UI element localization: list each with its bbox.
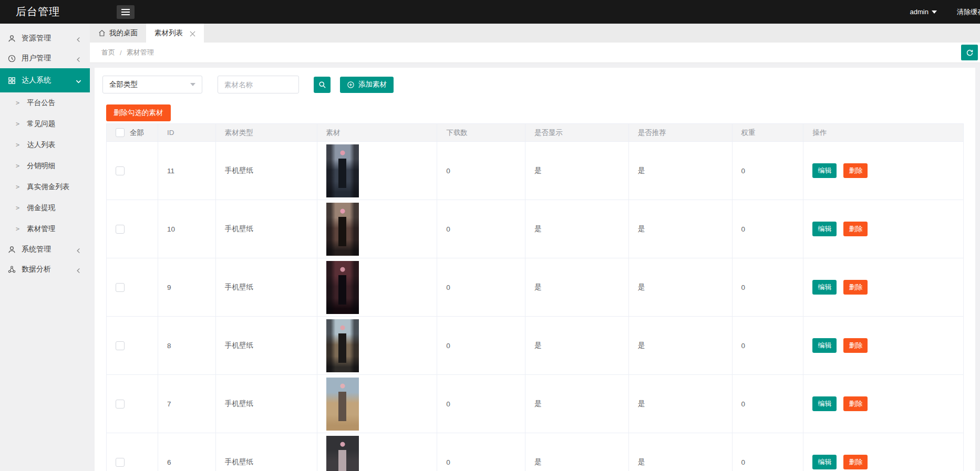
sidebar-subitem-label: 佣金提现	[27, 203, 55, 213]
table-header-cell: 下载数	[437, 124, 525, 141]
sidebar-item-3[interactable]: 系统管理	[0, 239, 90, 259]
delete-button[interactable]: 删除	[843, 163, 868, 178]
material-thumbnail[interactable]	[326, 203, 359, 256]
clock-icon	[7, 54, 16, 63]
cell-downloads: 0	[437, 200, 525, 258]
table-row: 11手机壁纸0是是0编辑删除	[107, 142, 963, 200]
search-button[interactable]	[314, 77, 331, 93]
cell-recommended: 是	[629, 142, 733, 200]
select-value: 全部类型	[109, 80, 190, 89]
delete-button[interactable]: 删除	[843, 396, 868, 411]
cell-material-type: 手机壁纸	[216, 375, 317, 433]
cell-downloads: 0	[437, 317, 525, 374]
edit-button[interactable]: 编辑	[812, 222, 837, 236]
delete-button[interactable]: 删除	[843, 222, 868, 236]
table-header-cell: 是否推荐	[629, 124, 733, 141]
row-checkbox[interactable]	[116, 458, 125, 467]
edit-button[interactable]: 编辑	[812, 338, 837, 353]
sidebar-toggle-button[interactable]	[117, 5, 135, 19]
table-cell	[107, 433, 158, 471]
chevron-down-icon	[932, 11, 937, 14]
sidebar-subitem[interactable]: >分销明细	[0, 155, 90, 176]
edit-button[interactable]: 编辑	[812, 455, 837, 469]
sidebar-submenu: >平台公告>常见问题>达人列表>分销明细>真实佣金列表>佣金提现>素材管理	[0, 92, 90, 239]
select-all-checkbox[interactable]	[116, 128, 125, 137]
add-material-button[interactable]: 添加素材	[340, 77, 394, 93]
edit-button[interactable]: 编辑	[812, 280, 837, 295]
chevron-left-icon	[76, 267, 81, 273]
row-checkbox[interactable]	[116, 225, 125, 234]
sidebar-subitem-label: 分销明细	[27, 161, 55, 171]
row-checkbox[interactable]	[116, 166, 125, 175]
row-checkbox[interactable]	[116, 341, 125, 350]
sidebar-item-label: 用户管理	[22, 54, 76, 63]
sidebar-subitem[interactable]: >常见问题	[0, 113, 90, 134]
material-thumbnail[interactable]	[326, 319, 359, 372]
row-checkbox[interactable]	[116, 400, 125, 409]
hamburger-icon	[121, 9, 130, 15]
tab-material-list[interactable]: 素材列表	[146, 24, 204, 43]
cell-recommended: 是	[629, 317, 733, 374]
edit-button[interactable]: 编辑	[812, 163, 837, 178]
search-icon	[318, 81, 326, 89]
material-name-input[interactable]	[218, 76, 299, 93]
sidebar-subitem[interactable]: >佣金提现	[0, 197, 90, 218]
cell-weight: 0	[733, 142, 804, 200]
user-icon	[7, 245, 16, 254]
sidebar-item-4[interactable]: 数据分析	[0, 259, 90, 279]
tab-label: 我的桌面	[109, 28, 138, 38]
cell-material	[317, 200, 438, 258]
share-icon	[7, 265, 16, 274]
header-label: 全部	[130, 128, 144, 138]
table-cell	[107, 258, 158, 316]
admin-dropdown[interactable]: admin	[910, 8, 937, 16]
material-thumbnail[interactable]	[326, 144, 359, 197]
delete-button[interactable]: 删除	[843, 280, 868, 295]
material-type-select[interactable]: 全部类型	[102, 76, 202, 93]
edit-button[interactable]: 编辑	[812, 396, 837, 411]
sidebar-subitem[interactable]: >真实佣金列表	[0, 176, 90, 197]
cell-recommended: 是	[629, 433, 733, 471]
cell-visible: 是	[525, 142, 629, 200]
add-material-label: 添加素材	[358, 80, 387, 89]
table-header-cell: 全部	[107, 124, 158, 141]
material-thumbnail[interactable]	[326, 436, 359, 471]
chevron-right-icon: >	[16, 99, 19, 107]
cell-actions: 编辑删除	[803, 375, 963, 433]
sidebar-item-0[interactable]: 资源管理	[0, 28, 90, 48]
table-header-cell: 权重	[733, 124, 804, 141]
close-icon[interactable]	[190, 30, 195, 36]
sidebar-item-2[interactable]: 达人系统	[0, 68, 90, 92]
tab-my-desktop[interactable]: 我的桌面	[90, 24, 146, 43]
sidebar-subitem[interactable]: >平台公告	[0, 92, 90, 113]
cell-id: 10	[158, 200, 216, 258]
chevron-right-icon: >	[16, 120, 19, 128]
material-thumbnail[interactable]	[326, 378, 359, 431]
table-row: 7手机壁纸0是是0编辑删除	[107, 375, 963, 433]
admin-username: admin	[910, 8, 929, 16]
chevron-left-icon	[76, 247, 81, 253]
cell-material-type: 手机壁纸	[216, 433, 317, 471]
table-row: 6手机壁纸0是是0编辑删除	[107, 433, 963, 471]
clear-cache-button[interactable]: 清除缓存	[957, 7, 980, 17]
table-header-cell: 操作	[803, 124, 963, 141]
sidebar-subitem[interactable]: >达人列表	[0, 134, 90, 155]
delete-button[interactable]: 删除	[843, 338, 868, 353]
delete-button[interactable]: 删除	[843, 455, 868, 469]
app-title: 后台管理	[16, 5, 60, 19]
sidebar: 资源管理用户管理达人系统>平台公告>常见问题>达人列表>分销明细>真实佣金列表>…	[0, 24, 90, 471]
bulk-delete-button[interactable]: 删除勾选的素材	[106, 104, 171, 121]
row-checkbox[interactable]	[116, 283, 125, 292]
cell-recommended: 是	[629, 200, 733, 258]
breadcrumb-home[interactable]: 首页	[101, 48, 115, 57]
content-area: 全部类型 添加素材	[90, 64, 980, 471]
tab-bar: 我的桌面 素材列表	[90, 24, 980, 43]
sidebar-item-label: 系统管理	[22, 245, 76, 254]
sidebar-subitem[interactable]: >素材管理	[0, 218, 90, 239]
chevron-right-icon: >	[16, 141, 19, 149]
chevron-right-icon: >	[16, 225, 19, 233]
sidebar-item-1[interactable]: 用户管理	[0, 48, 90, 68]
refresh-button[interactable]	[961, 45, 978, 60]
material-card: 全部类型 添加素材	[95, 68, 975, 471]
material-thumbnail[interactable]	[326, 261, 359, 314]
